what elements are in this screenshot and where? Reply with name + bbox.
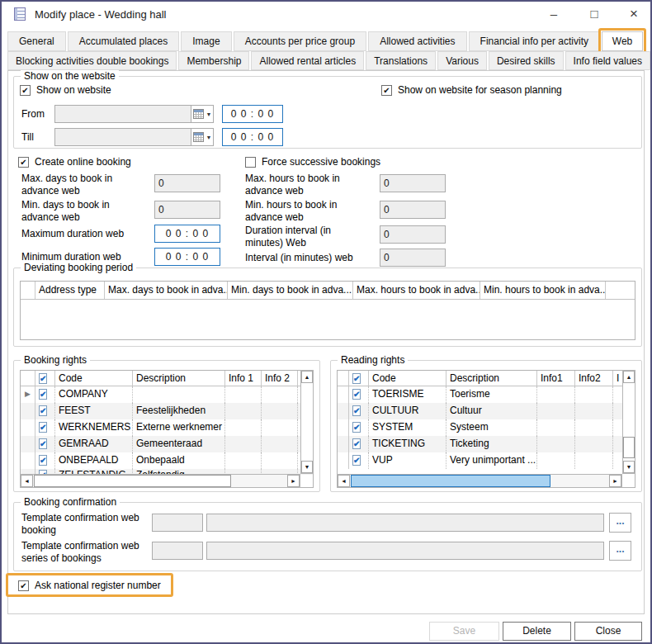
scroll-down-icon[interactable]: ▼ (623, 461, 635, 473)
column-header-max-hours[interactable]: Max. hours to book in adva... (353, 282, 480, 299)
tab-general[interactable]: General (7, 31, 66, 51)
reading-rights-vertical-scrollbar[interactable]: ▲ ▼ (622, 370, 635, 474)
table-row[interactable]: CULTUUR Cultuur (338, 403, 635, 419)
tab-blocking-activities-double-bookings[interactable]: Blocking activities double bookings (7, 51, 177, 70)
select-all-checkbox[interactable] (349, 371, 369, 386)
max-duration-input[interactable]: 0 0 : 0 0 (154, 225, 220, 243)
template-web-series-code-input[interactable] (152, 542, 203, 560)
column-header-min-hours[interactable]: Min. hours to book in adva... (480, 282, 606, 299)
tab-web[interactable]: Web (602, 31, 643, 51)
scroll-right-icon[interactable]: ► (287, 475, 300, 487)
row-checkbox[interactable] (349, 419, 369, 436)
row-checkbox[interactable] (35, 419, 55, 436)
from-date-input[interactable] (54, 105, 191, 123)
column-header-info2[interactable]: Info 2 (262, 371, 298, 386)
row-checkbox[interactable] (35, 403, 55, 419)
scrollbar-thumb[interactable] (351, 475, 550, 487)
scrollbar-thumb[interactable] (623, 437, 635, 458)
minimize-button[interactable]: – (536, 2, 571, 26)
table-row[interactable]: GEMRAAD Gemeenteraad (21, 436, 313, 452)
column-header-code[interactable]: Code (369, 371, 446, 386)
table-row[interactable]: ▶ COMPANY (21, 386, 313, 403)
booking-rights-horizontal-scrollbar[interactable]: ◄ ► (20, 474, 300, 488)
min-days-input[interactable]: 0 (154, 201, 220, 219)
checkbox-label: Force successive bookings (262, 156, 380, 168)
column-header-address-type[interactable]: Address type (35, 282, 105, 299)
tab-allowed-rental-articles[interactable]: Allowed rental articles (251, 51, 364, 70)
force-successive-bookings-checkbox[interactable]: Force successive bookings (245, 156, 380, 168)
maximize-button[interactable]: □ (577, 2, 612, 26)
template-web-booking-code-input[interactable] (152, 514, 203, 532)
tab-translations[interactable]: Translations (366, 51, 436, 70)
row-checkbox[interactable] (35, 436, 55, 452)
delete-button[interactable]: Delete (503, 622, 571, 641)
table-row[interactable]: FEEST Feestelijkheden (21, 403, 313, 419)
tab-membership[interactable]: Membership (178, 51, 249, 70)
till-time-input[interactable]: 0 0 : 0 0 (222, 128, 283, 146)
tab-label: Image (192, 36, 220, 47)
browse-template-web-booking-button[interactable]: ... (609, 513, 631, 533)
scroll-left-icon[interactable]: ◄ (21, 475, 33, 487)
column-header-partial[interactable]: I (613, 371, 620, 386)
column-header-description[interactable]: Description (446, 371, 537, 386)
max-days-input[interactable]: 0 (154, 174, 220, 192)
browse-template-web-series-button[interactable]: ... (609, 541, 631, 561)
template-web-booking-input[interactable] (206, 514, 604, 532)
reading-rights-horizontal-scrollbar[interactable]: ◄ ► (337, 474, 622, 488)
select-all-checkbox[interactable] (35, 371, 55, 386)
column-header-min-days[interactable]: Min. days to book in adva... (228, 282, 353, 299)
scroll-right-icon[interactable]: ► (609, 475, 621, 487)
tab-image[interactable]: Image (181, 31, 231, 51)
interval-input[interactable]: 0 (380, 249, 446, 267)
create-online-booking-checkbox[interactable]: Create online booking (18, 156, 131, 168)
column-header-code[interactable]: Code (55, 371, 133, 386)
row-checkbox[interactable] (349, 452, 369, 469)
from-date-picker-button[interactable]: ▼ (191, 105, 214, 123)
tab-info-field-values[interactable]: Info field values (565, 51, 650, 70)
tab-financial-info-per-activity[interactable]: Financial info per activity (469, 31, 600, 51)
table-row[interactable]: WERKNEMERS E Externe werknemer (21, 419, 313, 436)
column-header-info1[interactable]: Info1 (537, 371, 575, 386)
from-time-input[interactable]: 0 0 : 0 0 (222, 105, 283, 123)
ask-national-register-checkbox[interactable]: Ask national register number (18, 580, 161, 591)
row-checkbox[interactable] (349, 403, 369, 419)
column-header-max-days[interactable]: Max. days to book in adva... (105, 282, 228, 299)
scroll-up-icon[interactable]: ▲ (623, 371, 635, 383)
scroll-up-icon[interactable]: ▲ (301, 371, 313, 383)
table-row[interactable]: ONBEPAALD Onbepaald (21, 452, 313, 469)
tab-accumulated-places[interactable]: Accumulated places (68, 31, 179, 51)
close-icon[interactable]: × (617, 2, 651, 26)
min-hours-input[interactable]: 0 (380, 201, 446, 219)
column-header-info2[interactable]: Info2 (575, 371, 613, 386)
template-web-series-input[interactable] (206, 542, 604, 560)
season-planning-checkbox[interactable]: Show on website for season planning (381, 84, 562, 96)
tab-accounts-per-price-group[interactable]: Accounts per price group (234, 31, 366, 51)
scroll-down-icon[interactable]: ▼ (301, 461, 313, 473)
close-button[interactable]: Close (574, 622, 642, 641)
tab-desired-skills[interactable]: Desired skills (489, 51, 564, 70)
scroll-left-icon[interactable]: ◄ (338, 475, 350, 487)
table-row[interactable]: SYSTEM Systeem (338, 419, 635, 436)
table-row[interactable]: TICKETING Ticketing (338, 436, 635, 452)
row-checkbox[interactable] (349, 436, 369, 452)
column-header-description[interactable]: Description (133, 371, 225, 386)
table-row[interactable]: VUP Very unimportant ... (338, 452, 635, 469)
show-on-website-checkbox[interactable]: Show on website (20, 84, 111, 96)
row-checkbox[interactable] (35, 452, 55, 469)
till-date-picker-button[interactable]: ▼ (191, 128, 214, 146)
save-button[interactable]: Save (429, 622, 499, 641)
row-checkbox[interactable] (35, 386, 55, 403)
max-hours-input[interactable]: 0 (380, 174, 446, 192)
booking-rights-vertical-scrollbar[interactable]: ▲ ▼ (300, 370, 314, 474)
scrollbar-thumb[interactable] (34, 475, 231, 487)
row-checkbox[interactable] (349, 386, 369, 403)
cell-description: Gemeenteraad (133, 436, 225, 452)
till-date-input[interactable] (54, 128, 191, 146)
table-row[interactable]: TOERISME Toerisme (338, 386, 635, 403)
tab-various[interactable]: Various (437, 51, 487, 70)
min-duration-input[interactable]: 0 0 : 0 0 (154, 248, 220, 266)
column-header-info1[interactable]: Info 1 (225, 371, 262, 386)
template-web-series-label: Template confirmation web series of book… (21, 540, 141, 565)
tab-allowed-activities[interactable]: Allowed activities (368, 31, 466, 51)
duration-interval-input[interactable]: 0 (380, 225, 446, 244)
